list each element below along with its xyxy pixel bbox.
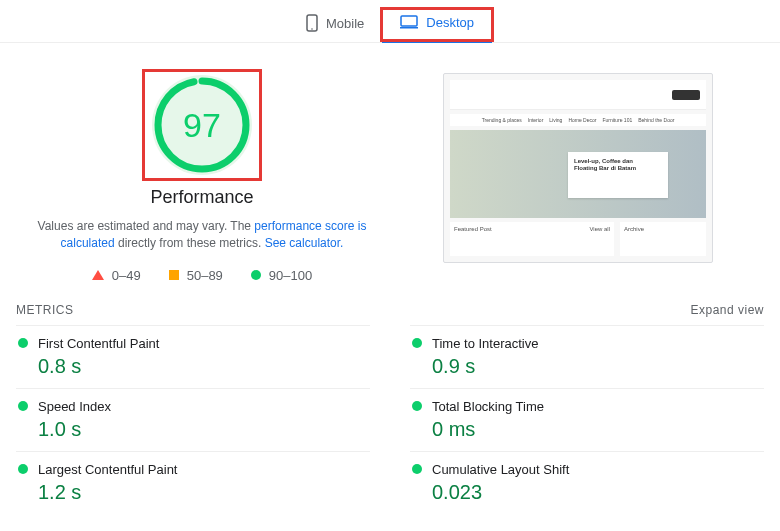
metric-value: 1.2 s xyxy=(38,481,370,504)
status-dot-icon xyxy=(18,464,28,474)
legend-good-range: 90–100 xyxy=(269,268,312,283)
metric-value: 0 ms xyxy=(432,418,764,441)
metrics-header: METRICS Expand view xyxy=(0,283,780,325)
metrics-title: METRICS xyxy=(16,303,74,317)
svg-point-4 xyxy=(158,81,246,169)
preview-panel: Trending & placesInteriorLivingHome Deco… xyxy=(390,53,766,283)
metric-value: 1.0 s xyxy=(38,418,370,441)
gauge-wrap: 97 xyxy=(142,69,262,181)
metric-si: Speed Index 1.0 s xyxy=(16,388,370,451)
svg-rect-2 xyxy=(401,16,417,26)
metric-name: First Contentful Paint xyxy=(38,336,159,351)
thumb-card-l1: Level-up, Coffee dan xyxy=(574,158,662,165)
legend-avg-range: 50–89 xyxy=(187,268,223,283)
score-caption: Values are estimated and may vary. The p… xyxy=(32,218,372,252)
circle-icon xyxy=(251,270,261,280)
thumb-card-l2: Floating Bar di Batam xyxy=(574,165,662,172)
legend-good: 90–100 xyxy=(251,268,312,283)
thumb-viewall: View all xyxy=(589,226,610,232)
status-dot-icon xyxy=(412,464,422,474)
thumb-brand xyxy=(456,92,458,98)
see-calc-link[interactable]: See calculator. xyxy=(265,236,344,250)
main-area: 97 Performance Values are estimated and … xyxy=(0,43,780,283)
status-dot-icon xyxy=(18,401,28,411)
device-tabs: Mobile Desktop xyxy=(0,0,780,43)
status-dot-icon xyxy=(412,338,422,348)
status-dot-icon xyxy=(412,401,422,411)
thumb-bottom: Featured Post View all Archive xyxy=(450,222,706,256)
thumb-header xyxy=(450,80,706,110)
caption-mid: directly from these metrics. xyxy=(118,236,265,250)
metrics-grid: First Contentful Paint 0.8 s Time to Int… xyxy=(0,325,780,524)
thumb-button-icon xyxy=(672,90,700,100)
tab-mobile[interactable]: Mobile xyxy=(288,6,382,42)
legend-avg: 50–89 xyxy=(169,268,223,283)
thumb-nav: Trending & placesInteriorLivingHome Deco… xyxy=(450,114,706,126)
tab-desktop-label: Desktop xyxy=(426,15,474,30)
gauge: 97 xyxy=(152,75,252,175)
score-panel: 97 Performance Values are estimated and … xyxy=(14,53,390,283)
status-dot-icon xyxy=(18,338,28,348)
desktop-icon xyxy=(400,15,418,29)
legend-poor-range: 0–49 xyxy=(112,268,141,283)
metric-tbt: Total Blocking Time 0 ms xyxy=(410,388,764,451)
metric-name: Cumulative Layout Shift xyxy=(432,462,569,477)
metric-name: Largest Contentful Paint xyxy=(38,462,177,477)
svg-rect-3 xyxy=(400,27,418,29)
svg-point-1 xyxy=(311,28,313,30)
tab-desktop[interactable]: Desktop xyxy=(382,7,492,43)
metric-value: 0.9 s xyxy=(432,355,764,378)
legend-poor: 0–49 xyxy=(92,268,141,283)
metric-name: Speed Index xyxy=(38,399,111,414)
metric-value: 0.8 s xyxy=(38,355,370,378)
metric-lcp: Largest Contentful Paint 1.2 s xyxy=(16,451,370,514)
expand-view[interactable]: Expand view xyxy=(690,303,764,317)
metric-cls: Cumulative Layout Shift 0.023 xyxy=(410,451,764,514)
thumb-featured: Featured Post View all xyxy=(450,222,614,256)
thumb-card: Level-up, Coffee dan Floating Bar di Bat… xyxy=(568,152,668,198)
tab-mobile-label: Mobile xyxy=(326,16,364,31)
triangle-icon xyxy=(92,270,104,280)
metric-value: 0.023 xyxy=(432,481,764,504)
mobile-icon xyxy=(306,14,318,32)
metric-tti: Time to Interactive 0.9 s xyxy=(410,325,764,388)
page-thumbnail: Trending & placesInteriorLivingHome Deco… xyxy=(443,73,713,263)
legend: 0–49 50–89 90–100 xyxy=(14,268,390,283)
metric-fcp: First Contentful Paint 0.8 s xyxy=(16,325,370,388)
metric-name: Time to Interactive xyxy=(432,336,538,351)
metric-name: Total Blocking Time xyxy=(432,399,544,414)
square-icon xyxy=(169,270,179,280)
thumb-archive: Archive xyxy=(620,222,706,256)
thumb-featured-label: Featured Post xyxy=(454,226,492,232)
gauge-ring-icon xyxy=(152,75,252,175)
thumb-hero: Level-up, Coffee dan Floating Bar di Bat… xyxy=(450,130,706,218)
caption-prefix: Values are estimated and may vary. The xyxy=(38,219,255,233)
score-label: Performance xyxy=(14,187,390,208)
